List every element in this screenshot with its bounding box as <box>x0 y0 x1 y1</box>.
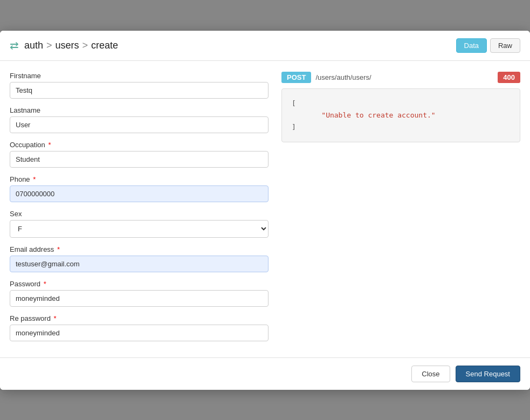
password-input[interactable] <box>10 290 269 307</box>
occupation-required: * <box>48 141 51 149</box>
modal-body: Firstname Lastname Occupation * Phone * <box>0 61 530 357</box>
response-header: POST /users/auth/users/ 400 <box>281 72 520 83</box>
firstname-group: Firstname <box>10 72 269 99</box>
occupation-label: Occupation * <box>10 141 269 149</box>
form-panel: Firstname Lastname Occupation * Phone * <box>10 72 269 347</box>
repassword-label: Re password * <box>10 314 269 322</box>
occupation-group: Occupation * <box>10 141 269 168</box>
repassword-required: * <box>53 314 56 322</box>
response-body: [ "Unable to create account." ] <box>281 88 520 142</box>
response-panel: POST /users/auth/users/ 400 [ "Unable to… <box>281 72 520 347</box>
lastname-group: Lastname <box>10 106 269 133</box>
breadcrumb: ⇄ auth > users > create <box>10 39 118 52</box>
breadcrumb-create: create <box>91 40 118 51</box>
data-button[interactable]: Data <box>456 38 487 53</box>
response-url: /users/auth/users/ <box>315 73 371 81</box>
email-input[interactable] <box>10 256 269 272</box>
modal: ⇄ auth > users > create Data Raw Firstna… <box>0 31 530 390</box>
json-open-bracket: [ <box>292 99 296 107</box>
repassword-group: Re password * <box>10 314 269 341</box>
sex-label: Sex <box>10 210 269 218</box>
arrows-icon: ⇄ <box>10 39 19 52</box>
breadcrumb-sep-2: > <box>82 40 88 51</box>
modal-header: ⇄ auth > users > create Data Raw <box>0 31 530 61</box>
json-close-bracket: ] <box>292 123 296 131</box>
status-badge: 400 <box>498 72 520 83</box>
close-button[interactable]: Close <box>411 366 450 382</box>
breadcrumb-sep-1: > <box>46 40 52 51</box>
breadcrumb-users: users <box>56 40 79 51</box>
breadcrumb-auth: auth <box>24 40 43 51</box>
password-group: Password * <box>10 280 269 307</box>
email-group: Email address * <box>10 245 269 272</box>
send-request-button[interactable]: Send Request <box>456 366 520 382</box>
modal-overlay: ⇄ auth > users > create Data Raw Firstna… <box>0 0 530 420</box>
header-buttons: Data Raw <box>456 38 520 53</box>
firstname-label: Firstname <box>10 72 269 80</box>
password-label: Password * <box>10 280 269 288</box>
lastname-label: Lastname <box>10 106 269 114</box>
phone-required: * <box>33 175 36 183</box>
phone-label: Phone * <box>10 175 269 183</box>
password-required: * <box>44 280 46 288</box>
email-label: Email address * <box>10 245 269 253</box>
modal-footer: Close Send Request <box>0 357 530 390</box>
repassword-input[interactable] <box>10 325 269 341</box>
method-badge: POST <box>281 72 311 83</box>
occupation-input[interactable] <box>10 151 269 168</box>
sex-select[interactable]: M F <box>10 220 269 238</box>
sex-group: Sex M F <box>10 210 269 238</box>
json-line-1: "Unable to create account." <box>292 109 510 121</box>
firstname-input[interactable] <box>10 82 269 99</box>
email-required: * <box>57 245 60 253</box>
lastname-input[interactable] <box>10 116 269 133</box>
phone-group: Phone * <box>10 175 269 202</box>
raw-button[interactable]: Raw <box>490 38 520 53</box>
phone-input[interactable] <box>10 185 269 202</box>
